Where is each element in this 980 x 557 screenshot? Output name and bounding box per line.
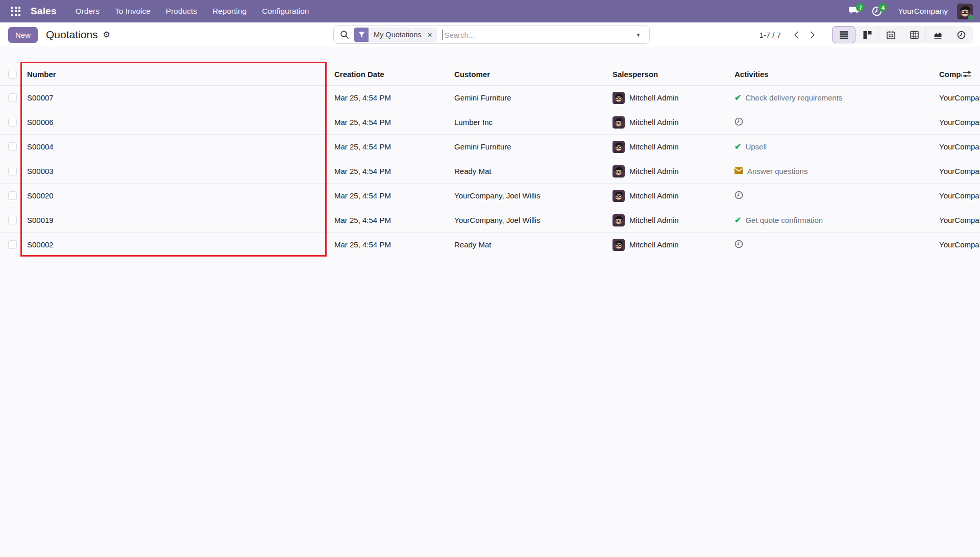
odoo-sales-app: Sales Orders To Invoice Products Reporti… bbox=[0, 0, 980, 557]
graph-view-icon bbox=[934, 31, 942, 39]
search-icon bbox=[340, 30, 349, 39]
table-row[interactable]: S00020 Mar 25, 4:54 PM YourCompany, Joel… bbox=[0, 184, 980, 208]
main-menu: Orders To Invoice Products Reporting Con… bbox=[68, 2, 317, 21]
header-salesperson[interactable]: Salesperson bbox=[612, 63, 658, 85]
chevron-right-icon bbox=[810, 31, 815, 39]
activities-button[interactable]: 4 bbox=[868, 3, 886, 20]
app-name[interactable]: Sales bbox=[31, 6, 57, 17]
row-checkbox[interactable] bbox=[8, 93, 17, 102]
page-title: Quotations bbox=[46, 29, 98, 41]
cell-activities[interactable]: ✔ Get quote confirmation bbox=[734, 208, 823, 232]
table-row[interactable]: S00019 Mar 25, 4:54 PM YourCompany, Joel… bbox=[0, 208, 980, 233]
activity-done-check-icon: ✔ bbox=[734, 93, 741, 103]
facet-remove-icon[interactable]: ✕ bbox=[426, 28, 437, 42]
list-view-icon bbox=[840, 31, 848, 39]
top-navbar: Sales Orders To Invoice Products Reporti… bbox=[0, 0, 980, 22]
cell-customer: YourCompany, Joel Willis bbox=[454, 208, 540, 232]
pager-next-button[interactable] bbox=[804, 27, 821, 43]
activity-label: Upsell bbox=[745, 142, 767, 151]
view-switcher bbox=[832, 26, 973, 43]
row-checkbox[interactable] bbox=[8, 142, 17, 151]
search-input[interactable]: Search... bbox=[444, 31, 475, 39]
salesperson-avatar bbox=[612, 239, 625, 251]
cell-activities[interactable]: ✔ Check delivery requirements bbox=[734, 86, 842, 110]
menu-to-invoice[interactable]: To Invoice bbox=[107, 2, 158, 21]
cell-activities[interactable]: ✔ Answer questions bbox=[734, 159, 807, 183]
row-checkbox[interactable] bbox=[8, 167, 17, 175]
cell-company: YourCompany bbox=[939, 135, 980, 159]
cell-number: S00004 bbox=[27, 135, 54, 159]
cell-salesperson: Mitchell Admin bbox=[612, 159, 679, 183]
cell-number: S00003 bbox=[27, 159, 54, 183]
cell-creation-date: Mar 25, 4:54 PM bbox=[334, 135, 391, 159]
optional-columns-icon[interactable] bbox=[963, 63, 971, 85]
search-bar[interactable]: My Quotations ✕ Search... ▼ bbox=[333, 26, 650, 44]
header-number[interactable]: Number bbox=[27, 63, 56, 85]
row-checkbox[interactable] bbox=[8, 191, 17, 200]
gear-icon[interactable]: ⚙ bbox=[103, 31, 110, 39]
select-all-checkbox[interactable] bbox=[8, 70, 17, 79]
view-list-button[interactable] bbox=[832, 26, 855, 43]
cell-salesperson: Mitchell Admin bbox=[612, 184, 679, 208]
cell-activities[interactable]: ✔ bbox=[734, 184, 747, 208]
cell-number: S00019 bbox=[27, 208, 54, 232]
apps-menu-button[interactable] bbox=[8, 4, 23, 19]
view-kanban-button[interactable] bbox=[855, 26, 879, 43]
view-activity-button[interactable] bbox=[949, 26, 973, 43]
cell-customer: YourCompany, Joel Willis bbox=[454, 184, 540, 208]
menu-orders[interactable]: Orders bbox=[68, 2, 107, 21]
cell-activities[interactable]: ✔ bbox=[734, 110, 747, 134]
search-dropdown-toggle[interactable]: ▼ bbox=[627, 26, 649, 43]
cell-company: YourCompany bbox=[939, 86, 980, 110]
pager-value: 1-7 / 7 bbox=[759, 31, 781, 39]
filter-facet[interactable]: My Quotations ✕ bbox=[354, 28, 437, 42]
activity-email-icon bbox=[734, 167, 743, 174]
cell-salesperson: Mitchell Admin bbox=[612, 86, 679, 110]
salesperson-avatar bbox=[612, 214, 625, 226]
table-row[interactable]: S00006 Mar 25, 4:54 PM Lumber Inc Mitche… bbox=[0, 110, 980, 135]
company-switcher[interactable]: YourCompany bbox=[898, 7, 948, 16]
activities-badge: 4 bbox=[878, 3, 887, 12]
menu-products[interactable]: Products bbox=[158, 2, 205, 21]
messages-button[interactable]: 7 bbox=[846, 3, 863, 20]
pager-previous-button[interactable] bbox=[788, 27, 804, 43]
header-customer[interactable]: Customer bbox=[454, 63, 490, 85]
row-checkbox[interactable] bbox=[8, 240, 17, 249]
cell-salesperson: Mitchell Admin bbox=[612, 233, 679, 257]
menu-configuration[interactable]: Configuration bbox=[254, 2, 316, 21]
table-row[interactable]: S00003 Mar 25, 4:54 PM Ready Mat Mitchel… bbox=[0, 159, 980, 184]
salesperson-avatar bbox=[612, 92, 625, 104]
pivot-view-icon bbox=[910, 31, 919, 39]
cell-customer: Ready Mat bbox=[454, 159, 492, 183]
salesperson-avatar bbox=[612, 116, 625, 129]
view-pivot-button[interactable] bbox=[902, 26, 926, 43]
table-header-row: Number Creation Date Customer Salesperso… bbox=[0, 63, 980, 86]
salesperson-avatar bbox=[612, 190, 625, 202]
header-activities[interactable]: Activities bbox=[734, 63, 769, 85]
activity-done-check-icon: ✔ bbox=[734, 142, 741, 151]
kanban-view-icon bbox=[863, 31, 872, 39]
view-calendar-button[interactable] bbox=[879, 26, 902, 43]
row-checkbox[interactable] bbox=[8, 118, 17, 126]
list-view: Number Creation Date Customer Salesperso… bbox=[0, 47, 980, 257]
cell-customer: Gemini Furniture bbox=[454, 86, 511, 110]
cell-customer: Lumber Inc bbox=[454, 110, 493, 134]
cell-company: YourCompany bbox=[939, 208, 980, 232]
cell-creation-date: Mar 25, 4:54 PM bbox=[334, 208, 391, 232]
menu-reporting[interactable]: Reporting bbox=[205, 2, 254, 21]
user-menu-avatar[interactable] bbox=[957, 4, 973, 19]
chevron-left-icon bbox=[794, 31, 799, 39]
cell-company: YourCompany bbox=[939, 110, 980, 134]
row-checkbox[interactable] bbox=[8, 216, 17, 224]
activity-clock-icon bbox=[734, 117, 743, 126]
table-row[interactable]: S00002 Mar 25, 4:54 PM Ready Mat Mitchel… bbox=[0, 233, 980, 257]
cell-creation-date: Mar 25, 4:54 PM bbox=[334, 86, 391, 110]
header-company[interactable]: Company bbox=[939, 63, 962, 85]
header-creation-date[interactable]: Creation Date bbox=[334, 63, 384, 85]
cell-activities[interactable]: ✔ bbox=[734, 233, 747, 257]
table-row[interactable]: S00004 Mar 25, 4:54 PM Gemini Furniture … bbox=[0, 135, 980, 159]
view-graph-button[interactable] bbox=[926, 26, 949, 43]
cell-activities[interactable]: ✔ Upsell bbox=[734, 135, 767, 159]
table-row[interactable]: S00007 Mar 25, 4:54 PM Gemini Furniture … bbox=[0, 86, 980, 110]
new-button[interactable]: New bbox=[8, 27, 38, 43]
